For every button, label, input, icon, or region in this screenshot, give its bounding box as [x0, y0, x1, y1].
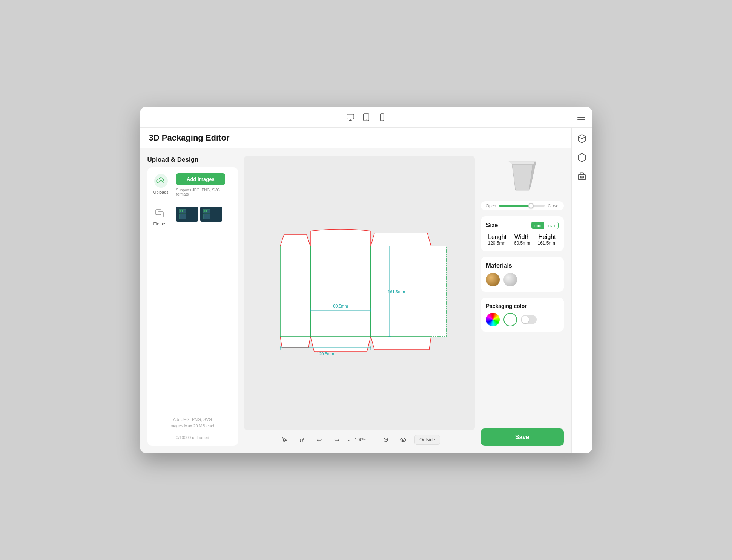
color-rainbow-picker[interactable]	[486, 313, 500, 326]
material-balls	[486, 273, 559, 286]
top-bar	[140, 107, 592, 128]
material-silver[interactable]	[503, 273, 517, 286]
eye-button[interactable]	[397, 434, 409, 446]
height-value: 161.5mm	[536, 240, 559, 246]
elements-icon-group: Eleme...	[153, 207, 169, 226]
redo-button[interactable]: ↪	[331, 434, 343, 446]
app-window: 3D Packaging Editor Upload & Design Uplo…	[140, 107, 592, 453]
upload-hint: Add JPG, PNG, SVG images Max 20 MB each	[153, 416, 232, 429]
left-card: Uploads Add Images Supports JPG, PNG, SV…	[147, 167, 238, 446]
box-open-icon[interactable]	[577, 134, 587, 144]
elements-icon[interactable]	[154, 207, 168, 220]
materials-section: Materials	[481, 257, 564, 292]
elements-label: Eleme...	[153, 222, 169, 226]
hamburger-menu[interactable]	[577, 115, 585, 120]
page-header: 3D Packaging Editor	[140, 128, 592, 148]
undo-button[interactable]: ↩	[313, 434, 325, 446]
upload-icon-group: Uploads	[153, 173, 169, 194]
zoom-minus[interactable]: -	[348, 437, 350, 443]
dimensions-grid: Lenght 120.5mm Width 60.5mm Height 161.5…	[486, 234, 559, 246]
zoom-level: 100%	[355, 437, 367, 442]
size-label: Size	[486, 222, 498, 229]
svg-rect-27	[310, 246, 371, 337]
material-gold[interactable]	[486, 273, 500, 286]
upload-count: 0/10000 uploaded	[153, 432, 232, 440]
mobile-icon[interactable]	[378, 113, 386, 121]
elements-row: Eleme...	[153, 202, 232, 226]
width-col: Width 60.5mm	[511, 234, 534, 246]
color-toggle[interactable]	[521, 315, 537, 324]
svg-rect-19	[179, 214, 186, 219]
center-canvas: 60.5mm 161.5mm 120.5mm	[244, 156, 475, 446]
uploads-label: Uploads	[153, 190, 169, 194]
box-3d-preview	[503, 156, 541, 194]
unit-inch-button[interactable]: inch	[544, 222, 558, 229]
svg-point-10	[580, 177, 581, 178]
svg-rect-28	[280, 246, 310, 337]
desktop-icon[interactable]	[346, 113, 354, 121]
size-header: Size mm inch	[486, 222, 559, 229]
color-options	[486, 313, 559, 326]
svg-text:161.5mm: 161.5mm	[388, 289, 405, 294]
lenght-col: Lenght 120.5mm	[486, 234, 509, 246]
color-white-option[interactable]	[503, 313, 517, 326]
elem-thumb-1[interactable]	[176, 207, 198, 222]
main-content: Upload & Design Uploads Add Images	[140, 148, 592, 453]
upload-row: Uploads Add Images Supports JPG, PNG, SV…	[153, 173, 232, 196]
add-images-area: Add Images Supports JPG, PNG, SVG format…	[176, 173, 232, 196]
canvas-toolbar: ↩ ↪ - 100% + Outside	[244, 430, 475, 446]
svg-rect-24	[203, 214, 210, 219]
svg-point-20	[180, 210, 181, 212]
robot-icon[interactable]	[577, 171, 587, 181]
rotate-button[interactable]	[380, 434, 392, 446]
slider-thumb[interactable]	[528, 203, 534, 208]
slider-fill	[499, 205, 531, 207]
top-bar-icons	[346, 113, 386, 121]
svg-text:120.5mm: 120.5mm	[317, 352, 334, 356]
box-preview	[481, 156, 564, 194]
upload-cloud-icon[interactable]	[153, 173, 169, 188]
right-sidebar	[571, 128, 592, 453]
svg-text:60.5mm: 60.5mm	[333, 304, 348, 308]
zoom-plus[interactable]: +	[372, 437, 375, 443]
add-images-button[interactable]: Add Images	[176, 173, 225, 185]
elem-thumb-2[interactable]	[200, 207, 222, 222]
hand-tool-button[interactable]	[296, 434, 308, 446]
tablet-icon[interactable]	[362, 113, 370, 121]
close-label: Close	[548, 203, 558, 208]
packaging-dieline: 60.5mm 161.5mm 120.5mm	[261, 212, 457, 374]
height-label: Height	[538, 234, 556, 240]
lenght-value: 120.5mm	[486, 240, 509, 246]
color-toggle-thumb	[522, 316, 529, 323]
height-col: Height 161.5mm	[536, 234, 559, 246]
left-panel: Upload & Design Uploads Add Images	[147, 156, 238, 446]
page-title: 3D Packaging Editor	[149, 133, 583, 143]
save-button[interactable]: Save	[481, 428, 564, 446]
right-panel: Open Close Size mm inch	[481, 156, 564, 446]
slider-track[interactable]	[499, 205, 545, 207]
element-thumbnails	[176, 207, 222, 222]
svg-point-25	[204, 210, 206, 212]
cube-icon[interactable]	[577, 153, 587, 162]
materials-label: Materials	[486, 262, 559, 269]
section-title: Upload & Design	[147, 156, 238, 164]
svg-point-43	[402, 439, 404, 441]
unit-toggle: mm inch	[531, 222, 559, 229]
lenght-label: Lenght	[488, 234, 506, 240]
select-tool-button[interactable]	[279, 434, 291, 446]
open-close-slider[interactable]: Open Close	[481, 201, 564, 210]
outside-button[interactable]: Outside	[414, 435, 440, 445]
unit-mm-button[interactable]: mm	[531, 222, 544, 229]
svg-rect-0	[347, 114, 353, 119]
format-hint: Supports JPG, PNG, SVG formats	[176, 188, 232, 196]
width-value: 60.5mm	[511, 240, 534, 246]
open-label: Open	[486, 203, 496, 208]
width-label: Width	[514, 234, 530, 240]
svg-point-11	[583, 177, 584, 178]
canvas-area[interactable]: 60.5mm 161.5mm 120.5mm	[244, 156, 475, 430]
svg-point-26	[206, 210, 207, 212]
packaging-color-label: Packaging color	[486, 303, 559, 309]
size-section: Size mm inch Lenght 120.5mm Width 60.5mm	[481, 216, 564, 251]
svg-point-21	[182, 210, 183, 212]
packaging-color-section: Packaging color	[481, 298, 564, 332]
